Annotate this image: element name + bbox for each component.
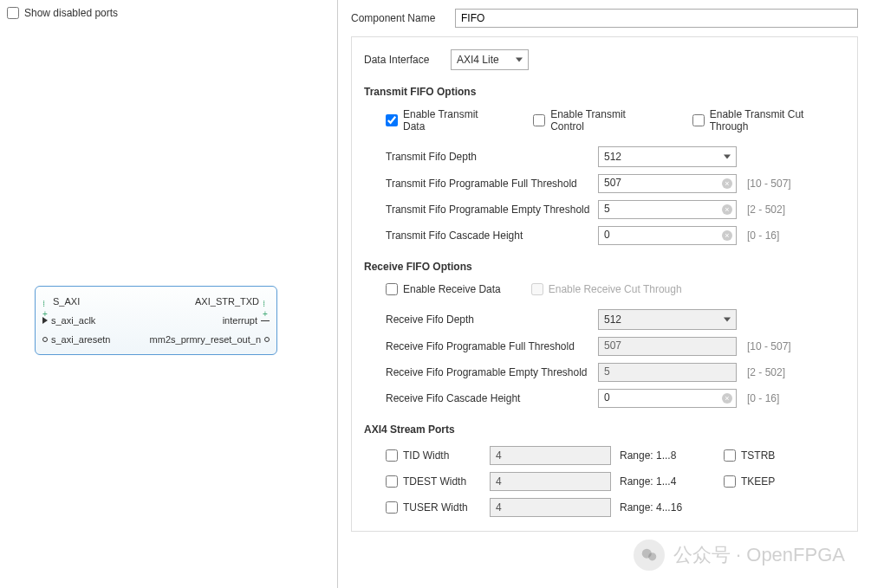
enable-transmit-data-checkbox[interactable] xyxy=(386,114,398,126)
clear-icon[interactable]: × xyxy=(722,178,732,189)
tx-cascade-range: [0 - 16] xyxy=(747,229,779,242)
enable-transmit-control-label: Enable Transmit Control xyxy=(550,108,662,132)
clear-icon[interactable]: × xyxy=(722,393,732,404)
transmit-section-title: Transmit FIFO Options xyxy=(364,86,845,98)
ip-block-diagram: S_AXI AXI_STR_TXD s_axi_aclk interrupt s… xyxy=(35,286,277,355)
tx-empty-value: 5 xyxy=(604,203,610,215)
tx-depth-select[interactable]: 512 xyxy=(598,146,737,167)
tx-full-input[interactable]: 507 × xyxy=(598,174,737,193)
tx-empty-range: [2 - 502] xyxy=(747,204,785,216)
component-name-label: Component Name xyxy=(351,12,446,24)
bus-icon xyxy=(263,298,270,305)
tid-width-input xyxy=(490,446,611,465)
tuser-width-label: TUSER Width xyxy=(403,501,468,514)
tx-cascade-input[interactable]: 0 × xyxy=(598,226,737,245)
tkeep-label: TKEEP xyxy=(741,475,775,488)
config-panel: Component Name Data Interface AXI4 Lite … xyxy=(338,0,871,588)
chevron-down-icon xyxy=(516,58,523,62)
dot-icon xyxy=(264,337,270,342)
rx-depth-value: 512 xyxy=(604,313,621,326)
rx-empty-label: Receive Fifo Programable Empty Threshold xyxy=(386,366,598,378)
data-interface-select[interactable]: AXI4 Lite xyxy=(451,49,529,70)
stream-section-title: AXI4 Stream Ports xyxy=(364,423,845,436)
preview-panel: Show disabled ports S_AXI AXI_STR_TXD s_… xyxy=(0,0,338,588)
port-mm2s-reset: mm2s_prmry_reset_out_n xyxy=(150,334,261,345)
rx-empty-value: 5 xyxy=(604,365,610,378)
show-disabled-ports-label: Show disabled ports xyxy=(24,7,118,19)
tuser-width-input xyxy=(490,498,611,517)
tx-cascade-label: Transmit Fifo Cascade Height xyxy=(386,229,598,242)
enable-transmit-cut-checkbox[interactable] xyxy=(692,114,705,126)
arrow-in-icon xyxy=(42,317,48,324)
receive-section-title: Receive FIFO Options xyxy=(364,261,845,273)
rx-cascade-range: [0 - 16] xyxy=(747,392,779,404)
port-axi-str-txd: AXI_STR_TXD xyxy=(195,296,259,307)
tid-range: Range: 1...8 xyxy=(620,449,706,462)
data-interface-value: AXI4 Lite xyxy=(457,54,499,66)
tid-width-checkbox[interactable] xyxy=(386,449,398,462)
rx-empty-input: 5 xyxy=(598,363,737,382)
component-name-input[interactable] xyxy=(455,9,858,28)
chevron-down-icon xyxy=(724,318,731,322)
data-interface-label: Data Interface xyxy=(364,54,442,66)
rx-cascade-value: 0 xyxy=(604,391,610,404)
tkeep-checkbox[interactable] xyxy=(724,475,736,488)
rx-cascade-label: Receive Fifo Cascade Height xyxy=(386,392,598,404)
tx-full-label: Transmit Fifo Programable Full Threshold xyxy=(386,178,598,190)
show-disabled-ports-checkbox[interactable] xyxy=(7,7,19,19)
enable-receive-cut-checkbox xyxy=(531,283,543,295)
rx-depth-select: 512 xyxy=(598,309,737,330)
tstrb-label: TSTRB xyxy=(741,449,775,462)
chevron-down-icon xyxy=(724,155,731,159)
tx-cascade-value: 0 xyxy=(604,229,610,241)
tuser-range: Range: 4...16 xyxy=(620,501,706,514)
enable-receive-data-checkbox[interactable] xyxy=(386,283,398,295)
rx-full-value: 507 xyxy=(604,339,621,352)
tuser-width-checkbox[interactable] xyxy=(386,501,398,514)
rx-depth-label: Receive Fifo Depth xyxy=(386,313,598,326)
tdest-width-label: TDEST Width xyxy=(403,475,466,488)
tx-full-value: 507 xyxy=(604,177,621,189)
line-icon xyxy=(261,320,270,321)
port-s-axi-aresetn: s_axi_aresetn xyxy=(51,334,111,345)
enable-receive-data-label: Enable Receive Data xyxy=(403,283,501,295)
rx-empty-range: [2 - 502] xyxy=(747,366,785,378)
enable-transmit-data-label: Enable Transmit Data xyxy=(403,108,503,132)
tx-depth-value: 512 xyxy=(604,151,621,163)
rx-cascade-input[interactable]: 0 × xyxy=(598,389,737,408)
rx-full-label: Receive Fifo Programable Full Threshold xyxy=(386,340,598,352)
port-s-axi: S_AXI xyxy=(53,296,80,307)
clear-icon[interactable]: × xyxy=(722,204,732,215)
tx-depth-label: Transmit Fifo Depth xyxy=(386,151,598,163)
rx-full-input: 507 xyxy=(598,337,737,356)
tdest-width-checkbox[interactable] xyxy=(386,475,398,488)
enable-transmit-cut-label: Enable Transmit Cut Through xyxy=(710,108,845,132)
tx-full-range: [10 - 507] xyxy=(747,178,791,190)
clear-icon[interactable]: × xyxy=(722,230,732,241)
tdest-range: Range: 1...4 xyxy=(620,475,706,488)
dot-icon xyxy=(42,337,48,342)
port-interrupt: interrupt xyxy=(223,315,257,326)
port-s-axi-aclk: s_axi_aclk xyxy=(51,315,95,326)
tx-empty-label: Transmit Fifo Programable Empty Threshol… xyxy=(386,204,598,216)
tid-width-label: TID Width xyxy=(403,449,449,462)
rx-full-range: [10 - 507] xyxy=(747,340,791,352)
enable-transmit-control-checkbox[interactable] xyxy=(533,114,545,126)
tx-empty-input[interactable]: 5 × xyxy=(598,200,737,219)
tdest-width-input xyxy=(490,472,611,491)
bus-icon xyxy=(42,298,49,305)
enable-receive-cut-label: Enable Receive Cut Through xyxy=(549,283,682,295)
tstrb-checkbox[interactable] xyxy=(724,449,736,462)
